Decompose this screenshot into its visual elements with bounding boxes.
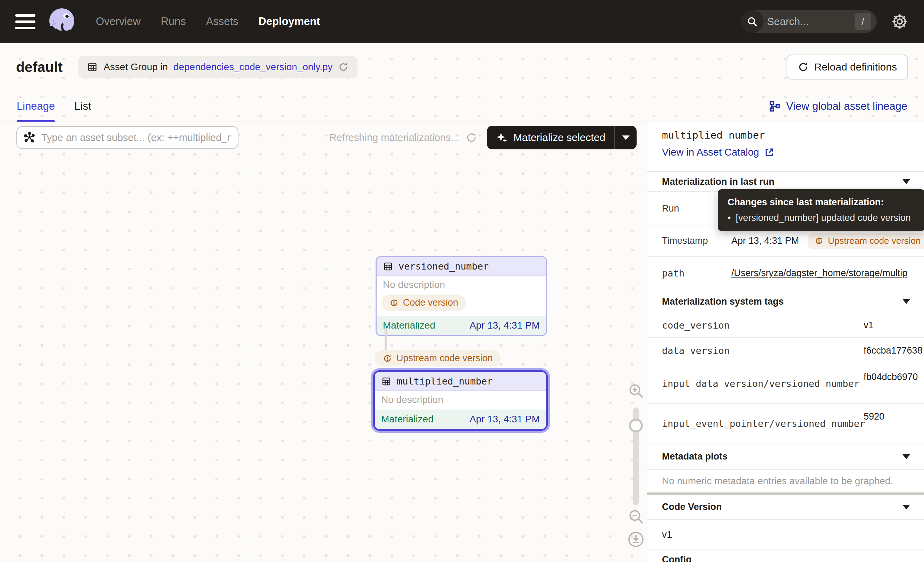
reload-location-icon[interactable] bbox=[338, 62, 348, 72]
refresh-alert-icon bbox=[382, 353, 392, 363]
nav-item-deployment[interactable]: Deployment bbox=[259, 15, 320, 28]
table-icon bbox=[383, 261, 393, 272]
tab-lineage[interactable]: Lineage bbox=[16, 91, 55, 122]
section-materialization-system-tags[interactable]: Materialization system tags bbox=[647, 290, 924, 313]
upstream-code-version-badge[interactable]: Upstream code version bbox=[808, 233, 924, 249]
asset-node-header: multiplied_number bbox=[375, 372, 546, 391]
chevron-down-icon bbox=[903, 299, 910, 304]
table-icon bbox=[381, 376, 392, 386]
asset-description: No description bbox=[376, 276, 546, 293]
asset-description: No description bbox=[375, 391, 546, 410]
materialize-dropdown-button[interactable] bbox=[615, 126, 637, 149]
asset-node-header: versioned_number bbox=[376, 257, 546, 276]
view-in-asset-catalog-link[interactable]: View in Asset Catalog bbox=[662, 147, 774, 158]
asset-subset-filter[interactable] bbox=[16, 126, 238, 149]
gear-icon[interactable] bbox=[891, 12, 909, 30]
tooltip-item: [versioned_number] updated code version bbox=[728, 213, 915, 223]
tag-key: code_version bbox=[647, 313, 855, 337]
path-link[interactable]: /Users/sryza/dagster_home/storage/multip bbox=[731, 268, 908, 279]
search-input[interactable] bbox=[764, 16, 855, 27]
dagster-logo-icon[interactable] bbox=[47, 7, 76, 36]
zoom-in-icon[interactable] bbox=[628, 382, 644, 399]
view-global-asset-lineage-link[interactable]: View global asset lineage bbox=[769, 100, 908, 113]
breadcrumb-prefix: Asset Group in bbox=[104, 62, 168, 72]
tag-key: input_data_version/versioned_number bbox=[647, 364, 855, 403]
reload-definitions-button[interactable]: Reload definitions bbox=[786, 54, 908, 80]
system-tag-row: data_version f6ccba177638 bbox=[647, 338, 924, 364]
asset-status-row: Materialized Apr 13, 4:31 PM bbox=[375, 410, 546, 429]
tab-list[interactable]: List bbox=[74, 91, 91, 122]
refresh-alert-icon bbox=[389, 298, 399, 308]
tag-value: 5920 bbox=[855, 404, 924, 443]
global-search[interactable]: / bbox=[741, 10, 877, 33]
reload-definitions-label: Reload definitions bbox=[814, 61, 897, 73]
nav-item-runs[interactable]: Runs bbox=[161, 15, 186, 28]
chevron-down-icon bbox=[903, 505, 910, 509]
tag-value: f6ccba177638 bbox=[855, 338, 924, 364]
dagster-app: Overview Runs Assets Deployment / defaul… bbox=[0, 0, 924, 562]
upstream-code-version-badge[interactable]: Upstream code version bbox=[375, 350, 501, 367]
hamburger-menu-icon[interactable] bbox=[15, 14, 35, 29]
system-tag-row: input_data_version/versioned_number fb04… bbox=[647, 364, 924, 404]
changes-tooltip: Changes since last materialization: [ver… bbox=[718, 189, 924, 231]
asset-group-icon bbox=[87, 62, 98, 72]
materialized-status: Materialized bbox=[381, 414, 434, 425]
metadata-plots-empty-message: No numeric metadata entries available to… bbox=[647, 470, 924, 493]
section-config[interactable]: Config bbox=[647, 550, 924, 562]
chevron-down-icon bbox=[903, 179, 910, 184]
view-tabs: Lineage List View global asset lineage bbox=[0, 91, 924, 122]
system-tag-row: code_version v1 bbox=[647, 313, 924, 338]
materialized-status: Materialized bbox=[383, 320, 435, 331]
tooltip-title: Changes since last materialization: bbox=[728, 197, 915, 208]
zoom-out-icon[interactable] bbox=[628, 508, 644, 525]
timestamp-value[interactable]: Apr 13, 4:31 PM bbox=[731, 236, 799, 246]
main-area: Refreshing materializations... Materiali… bbox=[0, 122, 924, 562]
lineage-graph-icon bbox=[769, 101, 781, 112]
materialize-selected-button[interactable]: Materialize selected bbox=[487, 126, 614, 149]
top-nav: Overview Runs Assets Deployment / bbox=[0, 0, 924, 43]
row-label: Run bbox=[647, 192, 723, 225]
selected-asset-name: multiplied_number bbox=[662, 129, 924, 141]
zoom-slider-handle[interactable] bbox=[629, 419, 643, 433]
row-path: path /Users/sryza/dagster_home/storage/m… bbox=[647, 257, 924, 290]
page-header: default Asset Group in dependencies_code… bbox=[0, 43, 924, 91]
section-metadata-plots[interactable]: Metadata plots bbox=[647, 444, 924, 470]
lineage-toolbar: Refreshing materializations... Materiali… bbox=[0, 126, 646, 149]
search-shortcut-badge: / bbox=[855, 13, 871, 30]
materialization-timestamp-link[interactable]: Apr 13, 4:31 PM bbox=[470, 414, 540, 425]
code-version-badge[interactable]: Code version bbox=[381, 295, 466, 311]
nav-items: Overview Runs Assets Deployment bbox=[96, 15, 320, 28]
section-code-version[interactable]: Code Version bbox=[647, 494, 924, 520]
asset-subset-input[interactable] bbox=[40, 132, 231, 144]
search-icon bbox=[741, 10, 764, 33]
asset-node-versioned-number[interactable]: versioned_number No description Code ver… bbox=[376, 256, 547, 336]
asset-node-multiplied-number[interactable]: multiplied_number No description Materia… bbox=[373, 370, 548, 431]
sparkle-icon bbox=[496, 132, 508, 143]
panel-header: multiplied_number View in Asset Catalog bbox=[647, 122, 924, 172]
materialize-button-group: Materialize selected bbox=[487, 126, 637, 149]
lineage-canvas[interactable]: Refreshing materializations... Materiali… bbox=[0, 122, 646, 562]
tag-key: input_event_pointer/versioned_number bbox=[647, 404, 855, 443]
nav-item-assets[interactable]: Assets bbox=[206, 15, 238, 28]
refresh-alert-icon bbox=[814, 236, 824, 246]
reload-icon bbox=[798, 62, 809, 72]
tag-value: fb04dcb6970 bbox=[855, 364, 924, 403]
code-version-value: v1 bbox=[647, 520, 924, 550]
asset-details-panel: multiplied_number View in Asset Catalog … bbox=[646, 122, 924, 562]
page-title: default bbox=[16, 59, 63, 75]
asset-status-row: Materialized Apr 13, 4:31 PM bbox=[376, 316, 546, 335]
materialization-timestamp-link[interactable]: Apr 13, 4:31 PM bbox=[470, 320, 540, 331]
asset-badges: Code version bbox=[376, 293, 546, 316]
row-label: Timestamp bbox=[647, 225, 723, 256]
section-materialization-in-last-run[interactable]: Materialization in last run bbox=[647, 172, 924, 192]
refreshing-status: Refreshing materializations... bbox=[329, 132, 477, 143]
download-graph-icon[interactable] bbox=[627, 530, 645, 548]
chevron-down-icon bbox=[903, 454, 910, 459]
refresh-icon[interactable] bbox=[465, 132, 477, 143]
row-label: path bbox=[647, 257, 723, 290]
nav-item-overview[interactable]: Overview bbox=[96, 15, 141, 28]
asset-name: versioned_number bbox=[399, 261, 489, 272]
code-location-link[interactable]: dependencies_code_version_only.py bbox=[174, 62, 333, 72]
breadcrumb: Asset Group in dependencies_code_version… bbox=[78, 56, 357, 78]
page-content: default Asset Group in dependencies_code… bbox=[0, 43, 924, 562]
